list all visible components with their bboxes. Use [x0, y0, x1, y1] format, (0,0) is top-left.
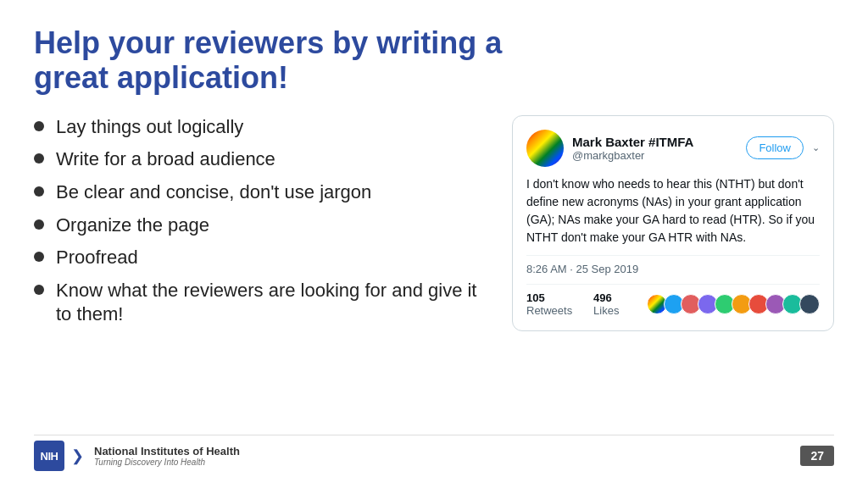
- bullet-dot: [34, 252, 44, 262]
- tweet-body: I don't know who needs to hear this (NTH…: [526, 175, 820, 247]
- bullet-dot: [34, 285, 44, 295]
- follow-button[interactable]: Follow: [746, 136, 804, 159]
- bullet-dot: [34, 219, 44, 230]
- bullet-dot: [34, 186, 44, 197]
- list-item: Know what the reviewers are looking for …: [34, 279, 487, 327]
- footer: NIH ❯ National Institutes of Health Turn…: [34, 435, 834, 471]
- tweet-username: Mark Baxter #ITMFA: [572, 135, 693, 149]
- avatar: [799, 294, 820, 314]
- slide: Help your reviewers by writing a great a…: [0, 0, 868, 488]
- list-item: Be clear and concise, don't use jargon: [34, 180, 487, 205]
- tweet-time: 8:26 AM · 25 Sep 2019: [526, 255, 820, 275]
- nih-logo: NIH ❯ National Institutes of Health Turn…: [34, 441, 240, 471]
- list-item: Organize the page: [34, 214, 487, 238]
- bullet-dot: [34, 153, 44, 164]
- likes-avatars: [647, 294, 820, 314]
- chevron-right-icon: ❯: [71, 446, 84, 465]
- tweet-header: Mark Baxter #ITMFA @markgbaxter Follow ⌄: [526, 130, 820, 167]
- tweet-handle: @markgbaxter: [572, 149, 693, 162]
- list-item: Proofread: [34, 246, 487, 270]
- tweet-user: Mark Baxter #ITMFA @markgbaxter: [526, 130, 693, 167]
- tweet-stats: 105 Retweets 496 Likes: [526, 284, 820, 317]
- chevron-down-icon: ⌄: [812, 142, 820, 153]
- list-item: Write for a broad audience: [34, 147, 487, 172]
- list-item: Lay things out logically: [34, 115, 487, 140]
- bullet-dot: [34, 121, 44, 131]
- tweet-user-info: Mark Baxter #ITMFA @markgbaxter: [572, 135, 693, 162]
- page-number: 27: [800, 446, 834, 466]
- likes-count: 496 Likes: [593, 291, 633, 317]
- content-row: Lay things out logically Write for a bro…: [34, 111, 834, 426]
- avatar: [526, 130, 564, 167]
- nih-text: National Institutes of Health Turning Di…: [94, 445, 240, 467]
- slide-title: Help your reviewers by writing a great a…: [34, 25, 834, 96]
- nih-badge: NIH: [34, 441, 64, 471]
- retweet-count: 105 Retweets: [526, 291, 583, 317]
- bullet-list: Lay things out logically Write for a bro…: [34, 111, 487, 426]
- tweet-card: Mark Baxter #ITMFA @markgbaxter Follow ⌄…: [512, 115, 834, 331]
